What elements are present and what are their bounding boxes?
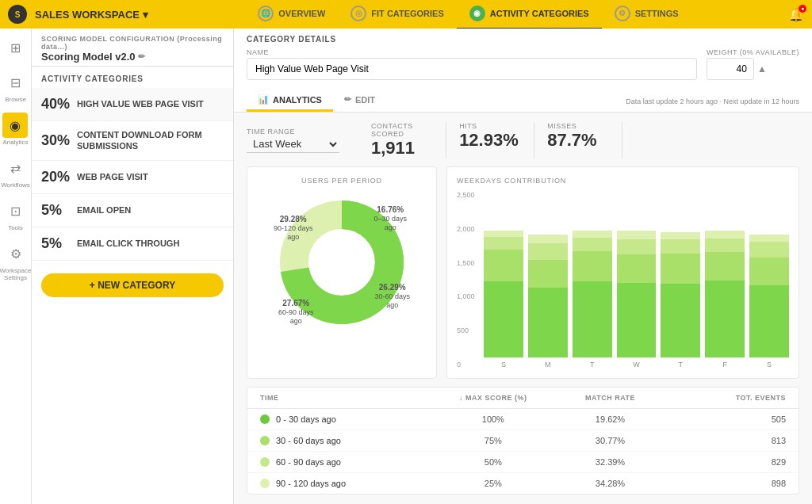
bar-segment-6-3	[749, 235, 789, 242]
col-events-header: TOT. EVENTS	[668, 394, 786, 402]
bar-y-axis: 05001,0001,5002,0002,500	[457, 191, 484, 368]
nav-tab-circle-settings: ⚙	[615, 6, 630, 21]
y-axis-label: 2,500	[457, 191, 479, 199]
nav-tab-circle-fit: ◎	[350, 6, 366, 21]
category-percent-3: 5%	[41, 202, 77, 219]
categories-list: 40%HIGH VALUE WEB PAGE VISIT30%CONTENT D…	[32, 88, 233, 261]
donut-label-1: 16.76%0–30 daysago	[373, 205, 407, 232]
donut-label-3: 27.67%60-90 daysago	[278, 299, 314, 326]
notification-badge: ●	[799, 5, 806, 13]
right-panel-header: CATEGORY DETAILS NAME WEIGHT (0% AVAILAB…	[234, 29, 812, 113]
sidebar-icon-analytics[interactable]: ◉Analytics	[2, 113, 28, 146]
stat-box-0: CONTACTS SCORED1,911	[371, 122, 446, 158]
sidebar-icon-tools[interactable]: ⊡Tools	[3, 198, 29, 231]
stat-box-1: HITS12.93%	[446, 122, 534, 158]
nav-tab-overview[interactable]: 🌐OVERVIEW	[245, 0, 338, 30]
time-dot-2	[260, 457, 270, 467]
y-axis-label: 1,000	[457, 292, 479, 300]
home-icon: ⊞	[3, 35, 29, 60]
tools-icon: ⊡	[3, 198, 29, 223]
weight-input[interactable]	[707, 58, 754, 80]
nav-tab-fit[interactable]: ◎FIT CATEGORIES	[338, 0, 456, 30]
nav-tab-label-activity: ACTIVITY CATEGORIES	[490, 9, 589, 18]
bar-section: WEEKDAYS CONTRIBUTION 05001,0001,5002,00…	[446, 166, 799, 379]
bar-segment-0-0	[484, 281, 523, 357]
bar-segment-0-3	[484, 231, 523, 237]
bar-group-5	[705, 231, 745, 357]
rate-cell-3: 34.28%	[552, 479, 669, 488]
bar-segment-1-3	[528, 235, 568, 243]
right-panel: CATEGORY DETAILS NAME WEIGHT (0% AVAILAB…	[234, 29, 812, 504]
category-percent-1: 30%	[41, 132, 77, 149]
events-cell-3: 898	[668, 479, 786, 488]
y-axis-label: 2,000	[457, 225, 479, 233]
stat-box-2: MISSES87.7%	[534, 122, 622, 158]
sidebar-icon-workflows[interactable]: ⇄Workflows	[1, 155, 30, 189]
nav-tab-circle-activity: ◉	[469, 6, 485, 21]
category-item-3[interactable]: 5%EMAIL OPEN	[32, 194, 233, 227]
table-header-row: TIME ↓ MAX SCORE (%) MATCH RATE TOT. EVE…	[247, 388, 799, 409]
detail-tabs: 📊ANALYTICS✏EDIT	[247, 90, 386, 112]
analytics-label: Analytics	[2, 139, 28, 146]
category-item-2[interactable]: 20%WEB PAGE VISIT	[32, 161, 233, 194]
category-item-1[interactable]: 30%CONTENT DOWNLOAD FORM SUBMISSIONS	[32, 121, 233, 161]
category-item-0[interactable]: 40%HIGH VALUE WEB PAGE VISIT	[32, 88, 233, 121]
notification-bell[interactable]: 🔔 ●	[788, 7, 804, 22]
bar-segment-3-2	[617, 239, 657, 254]
nav-tab-label-settings: SETTINGS	[635, 9, 679, 18]
y-axis-label: 0	[457, 361, 479, 368]
bar-group-4	[661, 231, 700, 357]
edit-tab-label: EDIT	[355, 95, 375, 105]
nav-tab-activity[interactable]: ◉ACTIVITY CATEGORIES	[457, 0, 602, 30]
bar-group-1	[528, 231, 568, 357]
stat-label-0: CONTACTS SCORED	[371, 122, 433, 138]
stats-row: CONTACTS SCORED1,911HITS12.93%MISSES87.7…	[371, 122, 622, 158]
donut-label-4: 29.28%90-120 daysago	[274, 215, 313, 242]
category-percent-2: 20%	[41, 169, 77, 185]
bar-chart-inner: SMTWTFS	[484, 191, 789, 368]
bar-segment-1-1	[528, 260, 568, 288]
bar-x-label-1: M	[528, 361, 568, 368]
workflows-label: Workflows	[1, 181, 30, 189]
workspace-icon: ⚙	[3, 241, 29, 266]
bar-segment-3-1	[617, 254, 657, 283]
new-category-button[interactable]: + NEW CATEGORY	[41, 273, 224, 297]
edit-model-name-icon[interactable]: ✏	[138, 52, 145, 62]
donut-chart: 16.76%0–30 daysago 26.29%30-60 daysago 2…	[270, 191, 413, 334]
category-name-3: EMAIL OPEN	[77, 204, 131, 216]
name-label: NAME	[247, 48, 697, 56]
name-weight-row: NAME WEIGHT (0% AVAILABLE) ▲	[247, 48, 799, 80]
y-axis-label: 500	[457, 326, 479, 334]
category-details-title: CATEGORY DETAILS	[247, 35, 799, 44]
bar-x-label-0: S	[484, 361, 523, 368]
sidebar-icon-home[interactable]: ⊞	[3, 35, 29, 60]
weight-decrease-icon[interactable]: ▲	[757, 63, 767, 74]
category-name-4: EMAIL CLICK THROUGH	[77, 238, 179, 249]
y-axis-label: 1,500	[457, 259, 479, 267]
events-cell-0: 505	[668, 414, 786, 424]
bar-group-6	[749, 231, 789, 357]
detail-tab-edit[interactable]: ✏EDIT	[333, 90, 386, 112]
time-range-select[interactable]: Last Week Last Month Last Quarter	[247, 136, 339, 153]
app-icon: S	[8, 5, 27, 24]
nav-tab-settings[interactable]: ⚙SETTINGS	[602, 0, 691, 30]
sidebar-icon-workspace[interactable]: ⚙Workspace Settings	[0, 241, 31, 281]
weight-field-wrap: WEIGHT (0% AVAILABLE) ▲	[707, 48, 799, 80]
sidebar-icon-browse[interactable]: ⊟Browse	[3, 70, 29, 103]
workspace-label[interactable]: SALES WORKSPACE ▾	[35, 9, 148, 21]
rate-cell-1: 30.77%	[552, 436, 669, 445]
left-panel-header: SCORING MODEL CONFIGURATION (Processing …	[32, 29, 233, 67]
weight-label: WEIGHT (0% AVAILABLE)	[707, 48, 799, 56]
bar-segment-5-1	[705, 252, 745, 281]
bars-container	[484, 191, 789, 358]
category-item-4[interactable]: 5%EMAIL CLICK THROUGH	[32, 227, 233, 261]
bar-x-label-4: T	[661, 361, 700, 368]
bar-segment-4-0	[661, 284, 700, 357]
bar-x-label-6: S	[749, 361, 789, 368]
nav-tab-label-fit: FIT CATEGORIES	[371, 9, 443, 18]
category-name-input[interactable]	[247, 58, 697, 80]
col-rate-header: MATCH RATE	[552, 394, 669, 402]
detail-tab-analytics[interactable]: 📊ANALYTICS	[247, 90, 333, 112]
top-bar: S SALES WORKSPACE ▾ 🌐OVERVIEW◎FIT CATEGO…	[0, 0, 812, 29]
category-name-2: WEB PAGE VISIT	[77, 171, 148, 182]
